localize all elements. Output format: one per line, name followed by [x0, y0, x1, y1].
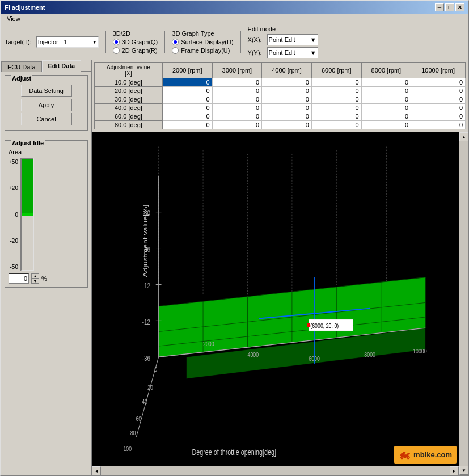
table-row: 10.0 [deg]000000: [95, 78, 466, 87]
x-edit-dropdown[interactable]: Point Edit ▼: [267, 34, 318, 45]
radio-surface[interactable]: Surface Display(D): [172, 39, 233, 45]
apply-button[interactable]: Apply: [21, 99, 72, 111]
cell-2-2[interactable]: 0: [262, 95, 312, 104]
col-header-6000: 6000 [rpm]: [311, 63, 361, 78]
cell-3-0[interactable]: 0: [162, 104, 212, 112]
edit-mode-section: X(X): Point Edit ▼ Y(Y): Point Edit ▼: [248, 34, 318, 58]
slider-value-input[interactable]: [9, 273, 29, 284]
slider-track[interactable]: [20, 158, 34, 271]
cell-5-4[interactable]: 0: [361, 121, 411, 129]
view-3d2d-group: 3D/2D 3D Graph(Q) 2D Graph(R): [113, 30, 158, 54]
radio-group-type: Surface Display(D) Frame Display(U): [172, 39, 233, 54]
maximize-button[interactable]: □: [445, 3, 454, 11]
col-header-10000: 10000 [rpm]: [411, 63, 466, 78]
svg-text:60: 60: [136, 415, 141, 422]
table-row: 20.0 [deg]000000: [95, 87, 466, 95]
cell-5-3[interactable]: 0: [311, 121, 361, 129]
tab-ecu-data[interactable]: ECU Data: [1, 61, 42, 72]
cancel-button[interactable]: Cancel: [21, 113, 72, 125]
cell-3-3[interactable]: 0: [311, 104, 361, 112]
cell-0-5[interactable]: 0: [411, 78, 466, 87]
table-row: 40.0 [deg]000000: [95, 104, 466, 112]
slider-value-row: ▲ ▼ %: [9, 273, 84, 284]
edit-x-row: X(X): Point Edit ▼: [248, 34, 318, 45]
cell-5-0[interactable]: 0: [162, 121, 212, 129]
cell-2-3[interactable]: 0: [311, 95, 361, 104]
cell-3-5[interactable]: 0: [411, 104, 466, 112]
col-header-2000: 2000 [rpm]: [162, 63, 212, 78]
scroll-up-button[interactable]: ▲: [459, 132, 468, 141]
svg-text:2000: 2000: [203, 340, 214, 347]
radio-3d-circle: [113, 39, 120, 45]
cell-5-5[interactable]: 0: [411, 121, 466, 129]
scroll-right-button[interactable]: ►: [450, 466, 459, 475]
radio-2d-circle: [113, 47, 120, 54]
cell-0-3[interactable]: 0: [311, 78, 361, 87]
cell-4-4[interactable]: 0: [361, 112, 411, 121]
cell-5-2[interactable]: 0: [262, 121, 312, 129]
cell-4-1[interactable]: 0: [212, 112, 262, 121]
minimize-button[interactable]: ─: [435, 3, 444, 11]
separator-2: [164, 31, 165, 53]
scrollbar-vertical: ▲ ▼: [459, 132, 468, 475]
x-edit-value: Point Edit: [269, 36, 295, 43]
scroll-left-button[interactable]: ◄: [92, 466, 101, 475]
graph-type-label: 3D Graph Type: [172, 30, 233, 37]
cell-5-1[interactable]: 0: [212, 121, 262, 129]
data-setting-button[interactable]: Data Setting: [21, 85, 72, 97]
slider-thumb: [22, 213, 33, 216]
window-title: FI adjustment: [5, 4, 45, 11]
row-header-5: 80.0 [deg]: [95, 121, 163, 129]
row-header-0: 10.0 [deg]: [95, 78, 163, 87]
watermark-text: mbike.com: [413, 450, 452, 459]
spin-down-button[interactable]: ▼: [31, 279, 39, 284]
cell-0-2[interactable]: 0: [262, 78, 312, 87]
radio-frame[interactable]: Frame Display(U): [172, 47, 233, 54]
cell-2-1[interactable]: 0: [212, 95, 262, 104]
cell-1-3[interactable]: 0: [311, 87, 361, 95]
target-label: Target(T):: [5, 39, 32, 45]
radio-3d-graph[interactable]: 3D Graph(Q): [113, 39, 158, 45]
cell-0-4[interactable]: 0: [361, 78, 411, 87]
cell-3-1[interactable]: 0: [212, 104, 262, 112]
tooltip-text: (6000, 20, 0): [310, 322, 339, 329]
cell-3-4[interactable]: 0: [361, 104, 411, 112]
scroll-track-v[interactable]: [459, 141, 468, 466]
scroll-down-button[interactable]: ▼: [459, 466, 468, 475]
separator-1: [105, 31, 106, 53]
radio-2d-graph[interactable]: 2D Graph(R): [113, 47, 158, 54]
cell-1-2[interactable]: 0: [262, 87, 312, 95]
graph-area: ▲ ▼: [92, 132, 468, 475]
cell-2-5[interactable]: 0: [411, 95, 466, 104]
y-edit-dropdown[interactable]: Point Edit ▼: [267, 47, 318, 58]
table-row: 80.0 [deg]000000: [95, 121, 466, 129]
left-panel: ECU Data Edit Data Adjust Data Setting A…: [1, 60, 92, 475]
target-dropdown[interactable]: Injector - 1 ▼: [36, 36, 99, 48]
cell-1-1[interactable]: 0: [212, 87, 262, 95]
scroll-track-h[interactable]: [101, 466, 450, 475]
svg-text:80: 80: [130, 429, 136, 436]
cell-3-2[interactable]: 0: [262, 104, 312, 112]
close-button[interactable]: ✕: [455, 3, 464, 11]
spin-up-button[interactable]: ▲: [31, 273, 39, 279]
radio-group-3d2d: 3D Graph(Q) 2D Graph(R): [113, 39, 158, 54]
tab-edit-data[interactable]: Edit Data: [42, 60, 82, 72]
cell-1-4[interactable]: 0: [361, 87, 411, 95]
cell-0-0[interactable]: 0: [162, 78, 212, 87]
cell-1-5[interactable]: 0: [411, 87, 466, 95]
table-row: 60.0 [deg]000000: [95, 112, 466, 121]
radio-surface-circle: [172, 39, 179, 45]
cell-0-1[interactable]: 0: [212, 78, 262, 87]
cell-2-4[interactable]: 0: [361, 95, 411, 104]
adjust-group: Adjust Data Setting Apply Cancel: [5, 75, 88, 131]
view-3d2d-label: 3D/2D: [113, 30, 158, 37]
menu-view[interactable]: View: [3, 15, 24, 23]
cell-1-0[interactable]: 0: [162, 87, 212, 95]
area-label: Area: [9, 149, 84, 155]
cell-4-3[interactable]: 0: [311, 112, 361, 121]
cell-2-0[interactable]: 0: [162, 95, 212, 104]
cell-4-0[interactable]: 0: [162, 112, 212, 121]
cell-4-2[interactable]: 0: [262, 112, 312, 121]
adjust-title: Adjust: [11, 75, 32, 82]
cell-4-5[interactable]: 0: [411, 112, 466, 121]
